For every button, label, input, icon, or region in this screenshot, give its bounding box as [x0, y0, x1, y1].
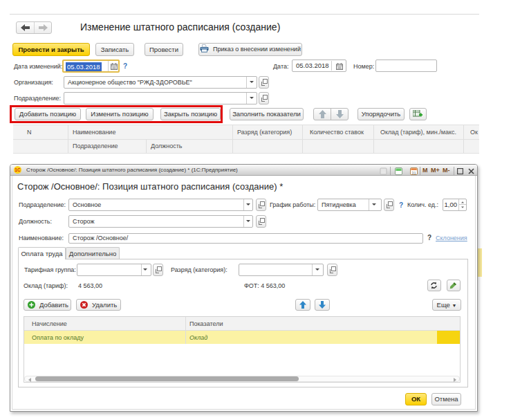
svg-text:31: 31 — [411, 171, 416, 175]
svg-text:1C: 1C — [15, 167, 21, 172]
